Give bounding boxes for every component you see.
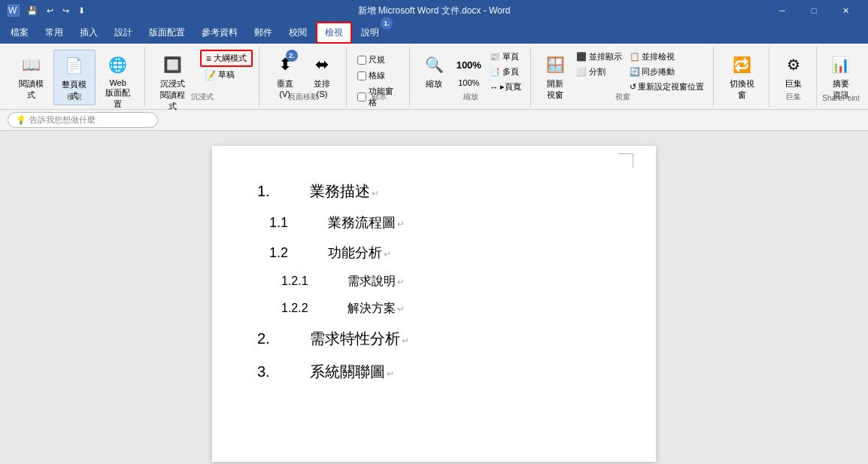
vertical-icon: ⬍: [273, 53, 297, 77]
multi-page-btn[interactable]: 📑 多頁: [487, 65, 524, 79]
menu-insert[interactable]: 插入: [72, 23, 105, 42]
line-num-1-2: 1.2: [269, 239, 314, 266]
ruler-label: 尺規: [369, 54, 385, 65]
parallel-view-btn[interactable]: 📋 並排檢視: [627, 50, 707, 64]
draft-label: 草稿: [218, 69, 235, 80]
menu-file[interactable]: 檔案: [3, 23, 36, 42]
reset-window-btn[interactable]: ↺ 重新設定視窗位置: [627, 80, 707, 94]
outline-mode-btn[interactable]: ≡ 大綱模式: [200, 50, 253, 67]
window-controls: ─ □ ✕: [767, 0, 860, 21]
line-num-1-1: 1.1: [269, 209, 314, 236]
customize-qat-btn[interactable]: ⬇: [75, 5, 88, 17]
grid-checkbox-item[interactable]: 格線: [354, 68, 388, 83]
read-mode-label: 閱讀模式: [15, 78, 47, 101]
title-bar-left: W 💾 ↩ ↪ ⬇: [8, 5, 88, 17]
window-side-btns: ⬛ 並排顯示 ⬜ 分割: [573, 50, 625, 79]
menu-layout[interactable]: 版面配置: [141, 23, 193, 42]
page-mode-icon: 📄: [62, 53, 86, 77]
zoom-icon: 🔍: [422, 53, 446, 77]
sync-scroll-btn[interactable]: 🔄 同步捲動: [627, 65, 707, 79]
page-corner-mark: [618, 153, 633, 168]
line-num-1-2-1: 1.2.1: [281, 269, 335, 293]
zoom-btn[interactable]: 🔍 縮放: [417, 50, 451, 92]
menu-home[interactable]: 常用: [38, 23, 71, 42]
grid-checkbox[interactable]: [357, 71, 366, 80]
doc-line-1-2-2: 1.2.2 解決方案: [257, 296, 611, 320]
page-width-label: ▸頁寬: [500, 81, 521, 92]
arrange-btn[interactable]: ⬛ 並排顯示: [573, 50, 625, 64]
doc-line-3: 3. 系統關聯圖: [257, 356, 611, 387]
sync-label: 同步捲動: [642, 66, 675, 77]
minimize-btn[interactable]: ─: [767, 0, 797, 21]
nav-checkbox[interactable]: [357, 92, 366, 102]
line-num-2: 2.: [257, 323, 295, 353]
line-num-1-2-2: 1.2.2: [281, 296, 335, 320]
switch-label: 切換視窗: [726, 78, 758, 101]
arrange-icon: ⬛: [576, 52, 587, 62]
zoom-group-label: 縮放: [463, 92, 478, 102]
menu-bar: 檔案 常用 插入 設計 版面配置 參考資料 郵件 校閱 檢視 說明 1.: [0, 21, 868, 44]
tell-me-input[interactable]: 💡 告訴我您想做什麼: [8, 112, 158, 128]
line-text-1-2-1: 需求說明: [335, 269, 405, 293]
line-text-1-2: 功能分析: [314, 239, 391, 266]
macro-group-label: 巨集: [786, 92, 801, 102]
outline-draft-row: ≡ 大綱模式 📝 草稿 2.: [200, 50, 253, 82]
menu-review[interactable]: 校閱: [281, 23, 314, 42]
undo-qat-btn[interactable]: ↩: [44, 5, 56, 17]
immersive-label: 沉浸式閱讀程式: [157, 78, 188, 112]
sharepoint-group-label: SharePoint: [822, 94, 859, 102]
zoom100-icon: 100%: [457, 53, 481, 77]
doc-line-2: 2. 需求特性分析: [257, 323, 611, 353]
menu-help[interactable]: 說明 1.: [354, 23, 387, 42]
redo-qat-btn[interactable]: ↪: [59, 5, 72, 17]
read-mode-btn[interactable]: 📖 閱讀模式: [11, 50, 52, 104]
save-qat-btn[interactable]: 💾: [24, 5, 41, 17]
multi-page-label: 多頁: [502, 66, 519, 77]
parallel-view-icon: 📋: [630, 52, 640, 62]
zoom100-btn[interactable]: 100% 100%: [452, 50, 485, 90]
immersive-reader-btn[interactable]: 🔲 沉浸式閱讀程式: [153, 50, 193, 115]
ribbon-group-window: 🪟 開新視窗 ⬛ 並排顯示 ⬜ 分割 📋 並排檢視 🔄: [533, 47, 714, 107]
switch-content: 🔁 切換視窗: [721, 47, 763, 104]
switch-view-btn[interactable]: 🔁 切換視窗: [721, 50, 763, 104]
outline-icon: ≡: [206, 53, 211, 64]
parallel-icon: ⬌: [310, 53, 334, 77]
one-page-btn[interactable]: 📰 單頁: [487, 50, 524, 64]
line-text-1: 業務描述: [295, 176, 379, 206]
document-page[interactable]: 1. 業務描述 1.1 業務流程圖 1.2 功能分析 1.2.1 需求說明 1.…: [212, 146, 656, 462]
web-mode-icon: 🌐: [106, 53, 130, 77]
ribbon-group-show: 尺規 格線 功能窗格 顯示: [348, 47, 410, 107]
parallel-view-label: 並排檢視: [642, 51, 675, 62]
split-btn[interactable]: ⬜ 分割: [573, 65, 625, 79]
tell-me-placeholder: 告訴我您想做什麼: [29, 114, 96, 126]
view-modes-buttons: 📖 閱讀模式 📄 整頁模式 🌐 Web版面配置: [11, 47, 138, 113]
title-bar: W 💾 ↩ ↪ ⬇ 新增 Microsoft Word 文件.docx - Wo…: [0, 0, 868, 21]
restore-btn[interactable]: □: [799, 0, 829, 21]
line-text-2: 需求特性分析: [295, 323, 409, 353]
draft-mode-btn[interactable]: 📝 草稿: [200, 68, 253, 82]
web-mode-btn[interactable]: 🌐 Web版面配置: [97, 50, 138, 113]
ribbon-group-zoom: 🔍 縮放 100% 100% 📰 單頁 📑 多頁 ↔ ▸頁寬: [411, 47, 531, 107]
properties-icon: 📊: [829, 53, 853, 77]
split-label: 分割: [589, 66, 605, 77]
close-btn[interactable]: ✕: [830, 0, 860, 21]
ribbon: 📖 閱讀模式 📄 整頁模式 🌐 Web版面配置 檢視 🔲 沉浸式閱讀程式: [0, 44, 868, 110]
menu-view[interactable]: 檢視: [316, 22, 352, 44]
menu-design[interactable]: 設計: [107, 23, 140, 42]
new-window-btn[interactable]: 🪟 開新視窗: [539, 50, 572, 104]
reset-label: 重新設定視窗位置: [638, 81, 704, 92]
new-window-icon: 🪟: [543, 53, 567, 77]
line-text-3: 系統關聯圖: [295, 356, 394, 387]
ruler-checkbox-item[interactable]: 尺規: [354, 53, 388, 67]
line-num-3: 3.: [257, 356, 295, 387]
menu-mailings[interactable]: 郵件: [247, 23, 280, 42]
ruler-checkbox[interactable]: [357, 56, 366, 65]
quick-access-toolbar: 💾 ↩ ↪ ⬇: [24, 5, 88, 17]
macro-btn[interactable]: ⚙ 巨集: [777, 50, 810, 92]
multi-page-icon: 📑: [490, 67, 500, 77]
one-page-icon: 📰: [490, 52, 500, 62]
page-width-btn[interactable]: ↔ ▸頁寬: [487, 80, 524, 94]
menu-references[interactable]: 參考資料: [194, 23, 245, 42]
line-num-1: 1.: [257, 176, 295, 206]
ribbon-group-view-modes: 📖 閱讀模式 📄 整頁模式 🌐 Web版面配置 檢視: [5, 47, 145, 107]
